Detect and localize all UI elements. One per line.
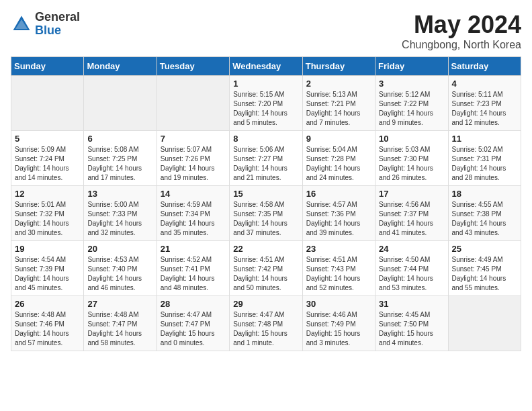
logo-text: General Blue bbox=[35, 11, 80, 38]
calendar-cell: 5Sunrise: 5:09 AMSunset: 7:24 PMDaylight… bbox=[11, 131, 84, 186]
cell-info: Sunrise: 5:07 AMSunset: 7:26 PMDaylight:… bbox=[161, 145, 226, 183]
cell-info: Sunrise: 4:56 AMSunset: 7:37 PMDaylight:… bbox=[379, 200, 444, 238]
calendar-cell bbox=[11, 76, 84, 131]
calendar-cell: 24Sunrise: 4:50 AMSunset: 7:44 PMDayligh… bbox=[375, 241, 448, 296]
calendar-cell: 12Sunrise: 5:01 AMSunset: 7:32 PMDayligh… bbox=[11, 186, 84, 241]
cell-info: Sunrise: 5:06 AMSunset: 7:27 PMDaylight:… bbox=[233, 145, 298, 183]
day-number: 18 bbox=[452, 189, 517, 199]
cell-info: Sunrise: 4:45 AMSunset: 7:50 PMDaylight:… bbox=[379, 310, 444, 348]
calendar-cell: 31Sunrise: 4:45 AMSunset: 7:50 PMDayligh… bbox=[375, 296, 448, 351]
day-number: 6 bbox=[87, 134, 152, 144]
day-number: 20 bbox=[87, 244, 152, 254]
cell-info: Sunrise: 4:54 AMSunset: 7:39 PMDaylight:… bbox=[15, 255, 80, 293]
day-number: 5 bbox=[15, 134, 80, 144]
calendar-cell bbox=[84, 76, 157, 131]
cell-info: Sunrise: 4:48 AMSunset: 7:46 PMDaylight:… bbox=[15, 310, 80, 348]
calendar-cell: 17Sunrise: 4:56 AMSunset: 7:37 PMDayligh… bbox=[375, 186, 448, 241]
calendar-cell: 15Sunrise: 4:58 AMSunset: 7:35 PMDayligh… bbox=[230, 186, 302, 241]
day-number: 9 bbox=[306, 134, 371, 144]
cell-info: Sunrise: 4:53 AMSunset: 7:40 PMDaylight:… bbox=[87, 255, 152, 293]
cell-info: Sunrise: 4:52 AMSunset: 7:41 PMDaylight:… bbox=[161, 255, 226, 293]
weekday-header-thursday: Thursday bbox=[302, 57, 375, 76]
day-number: 14 bbox=[161, 189, 226, 199]
day-number: 11 bbox=[452, 134, 517, 144]
weekday-header-wednesday: Wednesday bbox=[230, 57, 302, 76]
weekday-header-tuesday: Tuesday bbox=[157, 57, 229, 76]
cell-info: Sunrise: 5:13 AMSunset: 7:21 PMDaylight:… bbox=[306, 90, 371, 128]
calendar-cell: 23Sunrise: 4:51 AMSunset: 7:43 PMDayligh… bbox=[302, 241, 375, 296]
cell-info: Sunrise: 5:04 AMSunset: 7:28 PMDaylight:… bbox=[306, 145, 371, 183]
page-header: General Blue May 2024 Chungbong, North K… bbox=[11, 11, 521, 51]
calendar-table: SundayMondayTuesdayWednesdayThursdayFrid… bbox=[11, 56, 521, 351]
calendar-cell: 16Sunrise: 4:57 AMSunset: 7:36 PMDayligh… bbox=[302, 186, 375, 241]
day-number: 16 bbox=[306, 189, 371, 199]
day-number: 3 bbox=[379, 79, 444, 89]
cell-info: Sunrise: 5:15 AMSunset: 7:20 PMDaylight:… bbox=[233, 90, 298, 128]
cell-info: Sunrise: 4:55 AMSunset: 7:38 PMDaylight:… bbox=[452, 200, 517, 238]
calendar-cell: 29Sunrise: 4:47 AMSunset: 7:48 PMDayligh… bbox=[230, 296, 302, 351]
calendar-week-row: 5Sunrise: 5:09 AMSunset: 7:24 PMDaylight… bbox=[11, 131, 521, 186]
calendar-cell: 6Sunrise: 5:08 AMSunset: 7:25 PMDaylight… bbox=[84, 131, 157, 186]
day-number: 4 bbox=[452, 79, 517, 89]
title-block: May 2024 Chungbong, North Korea bbox=[402, 11, 521, 51]
calendar-cell: 11Sunrise: 5:02 AMSunset: 7:31 PMDayligh… bbox=[448, 131, 521, 186]
day-number: 15 bbox=[233, 189, 298, 199]
cell-info: Sunrise: 5:02 AMSunset: 7:31 PMDaylight:… bbox=[452, 145, 517, 183]
cell-info: Sunrise: 5:03 AMSunset: 7:30 PMDaylight:… bbox=[379, 145, 444, 183]
day-number: 31 bbox=[379, 299, 444, 309]
logo-icon bbox=[11, 13, 32, 35]
day-number: 25 bbox=[452, 244, 517, 254]
calendar-cell: 28Sunrise: 4:47 AMSunset: 7:47 PMDayligh… bbox=[157, 296, 229, 351]
cell-info: Sunrise: 4:50 AMSunset: 7:44 PMDaylight:… bbox=[379, 255, 444, 293]
calendar-cell: 30Sunrise: 4:46 AMSunset: 7:49 PMDayligh… bbox=[302, 296, 375, 351]
day-number: 30 bbox=[306, 299, 371, 309]
day-number: 27 bbox=[87, 299, 152, 309]
cell-info: Sunrise: 4:59 AMSunset: 7:34 PMDaylight:… bbox=[161, 200, 226, 238]
cell-info: Sunrise: 5:11 AMSunset: 7:23 PMDaylight:… bbox=[452, 90, 517, 128]
calendar-cell: 2Sunrise: 5:13 AMSunset: 7:21 PMDaylight… bbox=[302, 76, 375, 131]
cell-info: Sunrise: 4:47 AMSunset: 7:48 PMDaylight:… bbox=[233, 310, 298, 348]
calendar-cell bbox=[448, 296, 521, 351]
day-number: 24 bbox=[379, 244, 444, 254]
cell-info: Sunrise: 4:51 AMSunset: 7:42 PMDaylight:… bbox=[233, 255, 298, 293]
calendar-cell: 13Sunrise: 5:00 AMSunset: 7:33 PMDayligh… bbox=[84, 186, 157, 241]
calendar-cell: 26Sunrise: 4:48 AMSunset: 7:46 PMDayligh… bbox=[11, 296, 84, 351]
cell-info: Sunrise: 4:51 AMSunset: 7:43 PMDaylight:… bbox=[306, 255, 371, 293]
day-number: 28 bbox=[161, 299, 226, 309]
cell-info: Sunrise: 4:48 AMSunset: 7:47 PMDaylight:… bbox=[87, 310, 152, 348]
cell-info: Sunrise: 5:01 AMSunset: 7:32 PMDaylight:… bbox=[15, 200, 80, 238]
calendar-week-row: 1Sunrise: 5:15 AMSunset: 7:20 PMDaylight… bbox=[11, 76, 521, 131]
calendar-cell: 27Sunrise: 4:48 AMSunset: 7:47 PMDayligh… bbox=[84, 296, 157, 351]
calendar-cell: 14Sunrise: 4:59 AMSunset: 7:34 PMDayligh… bbox=[157, 186, 229, 241]
day-number: 29 bbox=[233, 299, 298, 309]
cell-info: Sunrise: 4:57 AMSunset: 7:36 PMDaylight:… bbox=[306, 200, 371, 238]
day-number: 7 bbox=[161, 134, 226, 144]
calendar-cell: 25Sunrise: 4:49 AMSunset: 7:45 PMDayligh… bbox=[448, 241, 521, 296]
calendar-cell: 8Sunrise: 5:06 AMSunset: 7:27 PMDaylight… bbox=[230, 131, 302, 186]
calendar-cell: 21Sunrise: 4:52 AMSunset: 7:41 PMDayligh… bbox=[157, 241, 229, 296]
day-number: 12 bbox=[15, 189, 80, 199]
day-number: 2 bbox=[306, 79, 371, 89]
calendar-cell bbox=[157, 76, 229, 131]
day-number: 10 bbox=[379, 134, 444, 144]
logo-general-text: General bbox=[35, 11, 80, 24]
day-number: 26 bbox=[15, 299, 80, 309]
weekday-header-friday: Friday bbox=[375, 57, 448, 76]
calendar-week-row: 26Sunrise: 4:48 AMSunset: 7:46 PMDayligh… bbox=[11, 296, 521, 351]
cell-info: Sunrise: 4:47 AMSunset: 7:47 PMDaylight:… bbox=[161, 310, 226, 348]
calendar-cell: 7Sunrise: 5:07 AMSunset: 7:26 PMDaylight… bbox=[157, 131, 229, 186]
calendar-cell: 9Sunrise: 5:04 AMSunset: 7:28 PMDaylight… bbox=[302, 131, 375, 186]
calendar-week-row: 12Sunrise: 5:01 AMSunset: 7:32 PMDayligh… bbox=[11, 186, 521, 241]
cell-info: Sunrise: 4:46 AMSunset: 7:49 PMDaylight:… bbox=[306, 310, 371, 348]
day-number: 13 bbox=[87, 189, 152, 199]
calendar-cell: 18Sunrise: 4:55 AMSunset: 7:38 PMDayligh… bbox=[448, 186, 521, 241]
calendar-cell: 20Sunrise: 4:53 AMSunset: 7:40 PMDayligh… bbox=[84, 241, 157, 296]
day-number: 17 bbox=[379, 189, 444, 199]
day-number: 8 bbox=[233, 134, 298, 144]
calendar-cell: 22Sunrise: 4:51 AMSunset: 7:42 PMDayligh… bbox=[230, 241, 302, 296]
day-number: 22 bbox=[233, 244, 298, 254]
cell-info: Sunrise: 5:12 AMSunset: 7:22 PMDaylight:… bbox=[379, 90, 444, 128]
weekday-header-saturday: Saturday bbox=[448, 57, 521, 76]
cell-info: Sunrise: 4:49 AMSunset: 7:45 PMDaylight:… bbox=[452, 255, 517, 293]
calendar-cell: 1Sunrise: 5:15 AMSunset: 7:20 PMDaylight… bbox=[230, 76, 302, 131]
